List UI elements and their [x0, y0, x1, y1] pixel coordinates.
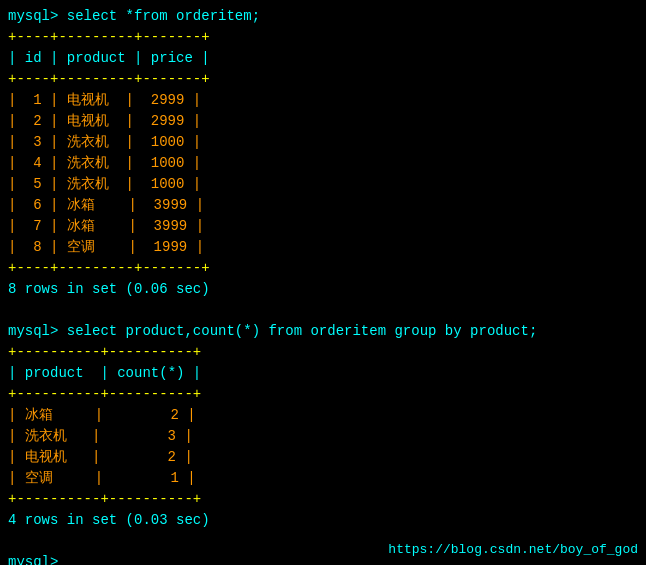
- query2-prompt: mysql> select product,count(*) from orde…: [8, 321, 638, 342]
- q2-result: 4 rows in set (0.03 sec): [8, 510, 638, 531]
- q1-row1: | 1 | 电视机 | 2999 |: [8, 90, 638, 111]
- watermark: https://blog.csdn.net/boy_of_god: [388, 542, 638, 557]
- terminal: mysql> select *from orderitem; +----+---…: [0, 0, 646, 565]
- q1-row8: | 8 | 空调 | 1999 |: [8, 237, 638, 258]
- query1-prompt: mysql> select *from orderitem;: [8, 6, 638, 27]
- q1-row5: | 5 | 洗衣机 | 1000 |: [8, 174, 638, 195]
- q1-sep2: +----+---------+-------+: [8, 69, 638, 90]
- q1-header: | id | product | price |: [8, 48, 638, 69]
- q1-result: 8 rows in set (0.06 sec): [8, 279, 638, 300]
- q2-row4: | 空调 | 1 |: [8, 468, 638, 489]
- q2-sep2: +----------+----------+: [8, 384, 638, 405]
- q2-sep3: +----------+----------+: [8, 489, 638, 510]
- q2-row2: | 洗衣机 | 3 |: [8, 426, 638, 447]
- q1-row7: | 7 | 冰箱 | 3999 |: [8, 216, 638, 237]
- q2-header: | product | count(*) |: [8, 363, 638, 384]
- q2-row3: | 电视机 | 2 |: [8, 447, 638, 468]
- blank1: [8, 300, 638, 321]
- q1-sep3: +----+---------+-------+: [8, 258, 638, 279]
- q1-sep1: +----+---------+-------+: [8, 27, 638, 48]
- q1-row6: | 6 | 冰箱 | 3999 |: [8, 195, 638, 216]
- q1-row4: | 4 | 洗衣机 | 1000 |: [8, 153, 638, 174]
- q2-row1: | 冰箱 | 2 |: [8, 405, 638, 426]
- q1-row3: | 3 | 洗衣机 | 1000 |: [8, 132, 638, 153]
- q1-row2: | 2 | 电视机 | 2999 |: [8, 111, 638, 132]
- q2-sep1: +----------+----------+: [8, 342, 638, 363]
